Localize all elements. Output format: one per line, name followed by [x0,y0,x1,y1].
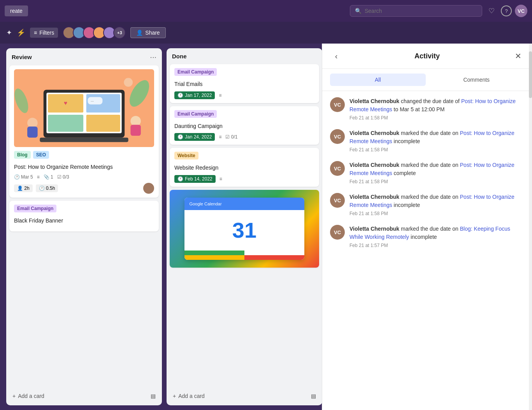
card-post-meetings-meta: 🕐 Mar 5 ≡ 📎 1 ☑ 0/3 [14,174,154,180]
activity-item-5: VC Violetta Chernobuk marked the due dat… [330,225,524,249]
trial-date-badge: 🕐 Jan 17, 2022 [174,91,215,99]
activity-close-button[interactable]: ✕ [512,50,524,62]
svg-text:♥: ♥ [64,100,67,106]
add-card-review-label: Add a card [18,393,44,399]
column-review-menu[interactable]: ··· [150,53,156,61]
scrollbar-track[interactable] [529,44,532,410]
tag-email-daunting: Email Campaign [174,110,217,118]
card-website-redesign-title: Website Redesign [174,164,314,172]
board-area: Review ··· [0,44,532,410]
svg-rect-5 [48,115,83,132]
svg-point-8 [27,118,38,128]
template-icon-done: ▤ [311,393,316,399]
help-icon[interactable]: ? [501,5,512,16]
column-done: Done Email Campaign Trial Emails 🕐 Jan 1… [167,48,322,405]
activity-avatar-2: VC [330,129,345,144]
card-trial-emails[interactable]: Email Campaign Trial Emails 🕐 Jan 17, 20… [170,64,319,103]
filters-label: Filters [39,30,54,36]
card-gcal[interactable]: Google Calendar 31 [170,190,319,268]
activity-avatar-3: VC [330,161,345,176]
card-website-meta: 🕐 Feb 14, 2022 ≡ [174,175,314,183]
tag-website: Website [174,152,198,159]
board-toolbar: ✦ ⚡ ≡ Filters +3 👤 Share [0,22,532,44]
card-daunting[interactable]: Email Campaign Daunting Campaign 🕐 Jan 2… [170,106,319,145]
search-bar[interactable]: 🔍 [350,5,482,17]
plus-icon: + [12,393,16,399]
template-icon: ▤ [151,393,156,399]
column-done-header: Done [167,48,322,63]
activity-avatar-4: VC [330,193,345,208]
svg-rect-11 [130,125,141,136]
card-assignee-avatar[interactable] [143,183,154,194]
tag-email-trial: Email Campaign [174,68,217,76]
scrollbar-thumb[interactable] [529,51,532,98]
activity-content-4: Violetta Chernobuk marked the due date o… [349,193,524,217]
svg-point-12 [124,78,133,87]
daunting-date-badge: 🕐 Jan 24, 2022 [174,133,215,141]
activity-time-4: Feb 21 at 1:58 PM [349,210,524,217]
activity-user-5: Violetta Chernobuk [349,226,399,232]
activity-action-3: marked the due date on [401,162,460,168]
tab-comments[interactable]: Comments [429,74,525,86]
star-icon[interactable]: ✦ [6,28,12,37]
svg-rect-16 [88,97,102,105]
card-website-redesign[interactable]: Website Website Redesign 🕐 Feb 14, 2022 … [170,148,319,187]
tab-all[interactable]: All [330,74,426,86]
activity-action-5: marked the due date on [401,226,460,232]
activity-back-button[interactable]: ‹ [330,50,342,62]
activity-panel: ‹ Activity ✕ All Comments VC Violetta Ch… [322,44,532,410]
activity-list: VC Violetta Chernobuk changed the due da… [322,91,532,410]
extra-members-count[interactable]: +3 [113,26,126,39]
trial-desc-icon: ≡ [219,93,221,98]
card-attachment: 📎 1 [44,174,53,180]
column-review-header: Review ··· [6,48,162,64]
add-card-review[interactable]: + Add a card ▤ [8,390,160,402]
activity-title: Activity [414,52,440,60]
card-bottom-row: 👤 2h 🕐 0.5h [14,183,154,194]
add-card-done[interactable]: + Add a card ▤ [168,390,321,402]
lightning-icon[interactable]: ⚡ [17,28,25,37]
activity-avatar-1: VC [330,97,345,112]
card-date: 🕐 Mar 5 [14,174,33,180]
share-button[interactable]: 👤 Share [130,27,165,38]
activity-user-4: Violetta Chernobuk [349,194,399,200]
activity-tabs: All Comments [322,69,532,91]
activity-content-1: Violetta Chernobuk changed the due date … [349,97,524,121]
card-checklist: ☑ 0/3 [57,174,69,180]
activity-content-2: Violetta Chernobuk marked the due date o… [349,129,524,153]
activity-time-5: Feb 21 at 1:57 PM [349,242,524,249]
filter-icon: ≡ [34,30,37,36]
bookmark-icon[interactable]: ♡ [485,5,498,17]
plus-icon-done: + [173,393,176,399]
gcal-image: Google Calendar 31 [170,190,319,268]
activity-suffix-2: incomplete [394,138,420,144]
search-input[interactable] [365,8,477,14]
activity-item-1: VC Violetta Chernobuk changed the due da… [330,97,524,121]
column-review-cards: ♥ ··· Blog SEO Post: How to Organize Rem… [6,64,162,388]
activity-item-3: VC Violetta Chernobuk marked the due dat… [330,161,524,185]
activity-content-5: Violetta Chernobuk marked the due date o… [349,225,524,249]
activity-suffix-1: to Mar 5 at 12:00 PM [394,106,445,112]
activity-user-1: Violetta Chernobuk [349,98,399,104]
card-black-friday[interactable]: Email Campaign Black Friday Banner [9,201,159,232]
filters-button[interactable]: ≡ Filters [30,28,58,38]
card-tags-row: Blog SEO [14,151,154,161]
svg-rect-9 [27,126,38,137]
column-review: Review ··· [6,48,162,405]
user-avatar[interactable]: VC [515,5,527,17]
activity-header: ‹ Activity ✕ [322,44,532,69]
activity-suffix-5: incomplete [411,234,437,240]
card-post-meetings[interactable]: ♥ ··· Blog SEO Post: How to Organize Rem… [9,65,159,198]
add-card-done-label: Add a card [178,393,205,399]
column-done-cards: Email Campaign Trial Emails 🕐 Jan 17, 20… [167,63,322,388]
card-post-meetings-title: Post: How to Organize Remote Meetings [14,163,154,171]
tag-email-campaign: Email Campaign [14,205,56,212]
card-trial-meta: 🕐 Jan 17, 2022 ≡ [174,91,314,99]
activity-suffix-3: complete [394,170,416,176]
card-daunting-meta: 🕐 Jan 24, 2022 ≡ ☑ 0/1 [174,133,314,141]
activity-suffix-4: incomplete [394,202,420,208]
member-avatars: +3 [63,26,126,39]
create-button[interactable]: reate [5,5,28,16]
activity-time-2: Feb 21 at 1:58 PM [349,146,524,153]
card-image-illustration: ♥ ··· [14,69,154,147]
